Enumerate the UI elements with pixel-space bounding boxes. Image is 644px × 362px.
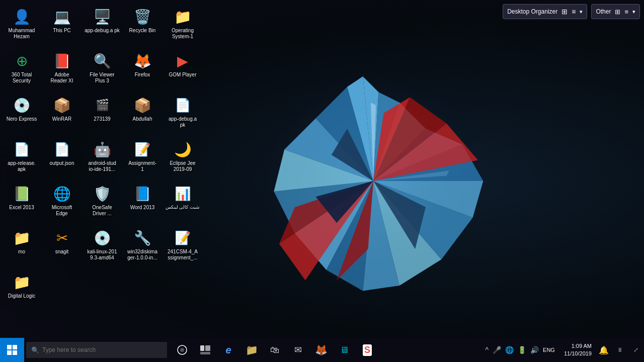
tray-mic[interactable]: 🎤 <box>492 346 502 354</box>
svg-marker-6 <box>373 181 483 218</box>
clock-date: 11/10/2019 <box>564 350 592 357</box>
icon-android-studio[interactable]: 🤖 android-studio-ide-191... <box>83 137 122 179</box>
icon-onesafe[interactable]: 🛡️ OneSafeDriver ... <box>83 182 122 224</box>
icon-firefox[interactable]: 🦊 Firefox <box>123 49 162 91</box>
svg-rect-31 <box>13 350 17 355</box>
taskbar-pinned-apps: e 📁 🛍 ✉ 🦊 🖥 S <box>171 338 378 362</box>
taskbar-file-explorer[interactable]: 📁 <box>240 338 263 362</box>
chevron-down-icon2[interactable]: ▾ <box>632 9 635 15</box>
desktop-organizer-label: Desktop Organizer <box>507 8 557 15</box>
monitor-icon: 🖥 <box>340 345 349 355</box>
tray-network[interactable]: 🌐 <box>504 346 515 354</box>
task-view-icon <box>200 345 210 354</box>
taskbar-clock[interactable]: 1:09 AM 11/10/2019 <box>560 338 596 362</box>
icon-app-debug[interactable]: 📄 app-debug.apk <box>163 93 202 135</box>
tray-volume[interactable]: 🔊 <box>529 346 540 354</box>
icon-eclipse[interactable]: 🌙 Eclipse Jee2019-09 <box>163 137 202 179</box>
organizer-other-label: Other <box>596 8 611 15</box>
firefox-icon: 🦊 <box>315 344 328 356</box>
taskbar-expand-button[interactable]: ⤢ <box>628 338 644 362</box>
taskbar-right-area: ^ 🎤 🌐 🔋 🔊 ENG 1:09 AM 11/10/2019 🔔 ⏸ ⤢ <box>480 338 644 362</box>
svg-rect-36 <box>200 352 210 354</box>
icon-file-viewer[interactable]: 🔍 File ViewerPlus 3 <box>83 49 122 91</box>
taskbar-firefox[interactable]: 🦊 <box>310 338 332 362</box>
list-view-icon[interactable]: ≡ <box>572 8 576 16</box>
icon-word-2013[interactable]: 📘 Word 2013 <box>123 182 162 224</box>
icon-recycle-bin[interactable]: 🗑️ Recycle Bin <box>123 5 162 47</box>
start-button[interactable] <box>0 338 24 362</box>
icon-network[interactable]: 🖥️ app-debug.a pk <box>83 5 122 47</box>
tray-show-hidden[interactable]: ^ <box>485 346 490 354</box>
icon-win32diskimager[interactable]: 🔧 win32diskimager-1.0.0-in... <box>123 226 162 268</box>
taskbar-edge[interactable]: e <box>217 338 239 362</box>
icon-241csm[interactable]: 📝 241CSM-4_Assignment_... <box>163 226 202 268</box>
s-app-icon: S <box>363 344 372 356</box>
icon-output-json[interactable]: 📄 output.json <box>42 137 82 179</box>
taskbar-search-box[interactable]: 🔍 <box>26 342 167 358</box>
svg-marker-16 <box>347 76 373 181</box>
svg-marker-25 <box>316 181 373 223</box>
icon-assignment1[interactable]: 📝 Assignment-1 <box>123 137 162 179</box>
icon-kali-linux[interactable]: 💿 kali-linux-2019.3-amd64 <box>83 226 122 268</box>
grid-view-icon[interactable]: ⊞ <box>561 8 568 16</box>
icon-winrar[interactable]: 📦 WinRAR <box>42 93 82 135</box>
icon-nero-express[interactable]: 💿 Nero Express <box>2 93 41 135</box>
store-icon: 🛍 <box>270 345 279 355</box>
cortana-icon <box>177 344 188 355</box>
svg-point-0 <box>259 66 489 296</box>
taskbar-app8[interactable]: S <box>356 338 378 362</box>
tray-battery[interactable]: 🔋 <box>517 346 527 354</box>
svg-marker-23 <box>332 129 373 181</box>
icon-abdullah[interactable]: 📦 Abdullah <box>123 93 162 135</box>
taskbar-cortana[interactable] <box>171 338 193 362</box>
icon-digital-logic[interactable]: 📁 Digital Logic <box>2 270 41 312</box>
taskbar-pause-button[interactable]: ⏸ <box>612 338 628 362</box>
grid-view-icon2[interactable]: ⊞ <box>615 8 620 16</box>
svg-marker-10 <box>327 181 374 291</box>
icon-360-security[interactable]: ⊕ 360 TotalSecurity <box>2 49 41 91</box>
svg-marker-8 <box>373 181 441 286</box>
chevron-down-icon[interactable]: ▾ <box>580 9 583 15</box>
svg-marker-13 <box>274 150 374 192</box>
windows-icon <box>7 345 17 355</box>
icon-excel-2013[interactable]: 📗 Excel 2013 <box>2 182 41 224</box>
svg-marker-20 <box>279 181 373 244</box>
icon-gom-player[interactable]: ▶ GOM Player <box>163 49 202 91</box>
icon-mo[interactable]: 📁 mo <box>2 226 41 268</box>
svg-marker-11 <box>295 181 373 270</box>
icon-operating-system[interactable]: 📁 OperatingSystem-1 <box>163 5 202 47</box>
list-view-icon2[interactable]: ≡ <box>624 8 628 16</box>
svg-marker-3 <box>373 103 426 181</box>
icon-snagit[interactable]: ✂ snagit <box>42 226 82 268</box>
taskbar-task-view[interactable] <box>194 338 216 362</box>
tray-language[interactable]: ENG <box>542 347 556 353</box>
notification-button[interactable]: 🔔 <box>596 338 612 362</box>
starburst-graphic <box>243 50 504 312</box>
expand-icon: ⤢ <box>633 346 638 353</box>
svg-marker-27 <box>373 170 449 181</box>
taskbar-app7[interactable]: 🖥 <box>333 338 355 362</box>
taskbar: 🔍 e 📁 <box>0 338 644 362</box>
icon-microsoft-edge[interactable]: 🌐 MicrosoftEdge <box>42 182 82 224</box>
search-input[interactable] <box>42 346 162 353</box>
svg-marker-5 <box>373 144 483 181</box>
organizer-other-dropdown[interactable]: Other ⊞ ≡ ▾ <box>591 4 640 19</box>
taskbar-mail[interactable]: ✉ <box>287 338 309 362</box>
taskbar-store[interactable]: 🛍 <box>264 338 286 362</box>
svg-rect-35 <box>205 345 210 351</box>
svg-marker-7 <box>373 181 473 259</box>
icon-app-release[interactable]: 📄 app-release.apk <box>2 137 41 179</box>
svg-marker-19 <box>373 124 478 181</box>
icon-this-pc[interactable]: 💻 This PC <box>42 5 82 47</box>
icon-adobe-reader[interactable]: 📕 AdobeReader XI <box>42 49 82 91</box>
icon-kali-linux-file[interactable]: 📊 شیت کالی لینکس <box>163 182 202 224</box>
icon-muhammad-hezam[interactable]: 👤 MuhammadHezam <box>2 5 41 47</box>
search-icon: 🔍 <box>31 346 39 354</box>
svg-marker-18 <box>373 98 447 181</box>
pause-icon: ⏸ <box>617 346 623 353</box>
system-tray: ^ 🎤 🌐 🔋 🔊 ENG <box>480 338 560 362</box>
icon-273139[interactable]: 🎬 273139 <box>83 93 122 135</box>
svg-marker-21 <box>279 181 373 281</box>
svg-point-33 <box>180 348 184 352</box>
desktop-organizer-dropdown[interactable]: Desktop Organizer ⊞ ≡ ▾ <box>503 4 587 19</box>
